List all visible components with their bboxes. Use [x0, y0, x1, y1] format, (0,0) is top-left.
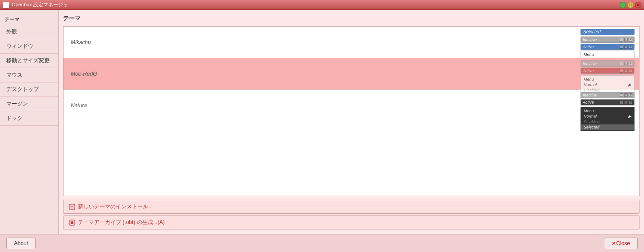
natura-mini-btn2: □	[624, 93, 628, 97]
title-bar: Openbox 設定マネージャ − □ ✕	[0, 0, 644, 10]
moe-mini-btn5: ^	[624, 69, 628, 73]
theme-list[interactable]: Mikachu Selected Inactive _ □ ✕	[63, 26, 639, 196]
mini-btn-maximize: □	[624, 38, 628, 41]
moe-mini-btn1: _	[620, 62, 623, 65]
natura-menu: Menu Normal ▶ Disabled Selected	[581, 107, 635, 131]
natura-menu-normal: Normal ▶	[581, 114, 634, 119]
theme-name-natura: Natura	[71, 102, 87, 109]
content-area: テーマ Mikachu Selected Inactive _	[59, 10, 644, 234]
theme-name-moe-redg: Moe-RedG	[71, 71, 97, 77]
theme-name-mikachu: Mikachu	[71, 39, 91, 46]
natura-mini-btn6: ✕	[629, 101, 632, 104]
archive-icon	[69, 220, 75, 226]
sidebar: テーマ 外観 ウィンドウ 移動とサイズ変更 マウス デスクトップ マージン ドッ…	[0, 10, 59, 234]
natura-preview: Inactive _ □ ✕ Active	[581, 92, 635, 131]
natura-menu-menu: Menu	[581, 108, 634, 114]
sidebar-item-desktop[interactable]: デスクトップ	[0, 82, 58, 97]
install-theme-button[interactable]: + 新しいテーマのインストール...	[63, 200, 639, 214]
mikachu-inactive-window: Inactive _ □ ✕	[581, 37, 635, 43]
natura-mini-btn5: □	[624, 101, 628, 104]
title-buttons: − □ ✕	[620, 2, 641, 8]
natura-menu-selected: Selected	[581, 124, 634, 130]
natura-mini-btn1: _	[620, 93, 623, 97]
mini-btn2-close: ✕	[629, 45, 632, 49]
mini-btn-minimize: _	[620, 38, 623, 41]
top-section: テーマ 外観 ウィンドウ 移動とサイズ変更 マウス デスクトップ マージン ドッ…	[0, 10, 644, 234]
app-container: テーマ 外観 ウィンドウ 移動とサイズ変更 マウス デスクトップ マージン ドッ…	[0, 10, 644, 252]
bottom-actions: + 新しいテーマのインストール... テーマアーカイブ (.obt) の生成..…	[63, 200, 639, 229]
minimize-button[interactable]: −	[620, 2, 626, 8]
natura-inactive-titlebar: Inactive _ □ ✕	[581, 92, 634, 98]
theme-item-natura[interactable]: Natura Inactive _ □ ✕	[63, 90, 639, 121]
sidebar-item-appearance[interactable]: 外観	[0, 25, 58, 39]
close-button[interactable]: ✕	[635, 2, 641, 8]
natura-active-window: Active _ □ ✕	[581, 99, 635, 105]
mikachu-menu-menu: Menu	[581, 52, 634, 57]
mikachu-active-titlebar: Active _ ^ ✕	[581, 44, 634, 50]
mikachu-inactive-titlebar: Inactive _ □ ✕	[581, 37, 634, 42]
mini-btn2-minimize: _	[620, 45, 623, 49]
svg-text:+: +	[71, 205, 73, 209]
moe-inactive-window: Inactive _ □ ✕	[581, 60, 635, 67]
moe-active-titlebar: Active _ ^ ✕	[581, 68, 634, 73]
natura-inactive-window: Inactive _ □ ✕	[581, 92, 635, 98]
mini-btn-close: ✕	[629, 38, 632, 41]
theme-item-moe-redg[interactable]: Moe-RedG Inactive _ □ ✕	[63, 58, 639, 90]
install-icon: +	[69, 204, 75, 210]
moe-mini-btn4: _	[620, 69, 623, 73]
natura-menu-disabled: Disabled	[581, 119, 634, 124]
app-icon	[3, 2, 9, 8]
sidebar-item-window[interactable]: ウィンドウ	[0, 39, 58, 54]
moe-mini-btn2: □	[624, 62, 628, 65]
sidebar-item-move-resize[interactable]: 移動とサイズ変更	[0, 54, 58, 68]
moe-mini-btn6: ✕	[629, 69, 632, 73]
moe-menu-normal: Normal ▶	[581, 82, 634, 87]
content-title: テーマ	[63, 14, 639, 23]
moe-menu-menu: Menu	[581, 77, 634, 82]
maximize-button[interactable]: □	[627, 2, 634, 8]
mini-btn2-maximize: ^	[624, 45, 628, 49]
moe-mini-btn3: ✕	[629, 62, 632, 65]
theme-item-mikachu[interactable]: Mikachu Selected Inactive _ □ ✕	[63, 27, 639, 58]
footer: About ✕Close	[0, 234, 644, 252]
about-button[interactable]: About	[6, 238, 36, 249]
mikachu-selected-label: Selected	[581, 29, 635, 35]
footer-close-button[interactable]: ✕Close	[604, 238, 638, 249]
svg-point-3	[71, 221, 73, 224]
sidebar-item-dock[interactable]: ドック	[0, 111, 58, 126]
natura-mini-btn4: _	[620, 101, 623, 104]
moe-inactive-titlebar: Inactive _ □ ✕	[581, 61, 634, 66]
natura-active-titlebar: Active _ □ ✕	[581, 100, 634, 105]
natura-mini-btn3: ✕	[629, 93, 632, 97]
sidebar-item-mouse[interactable]: マウス	[0, 68, 58, 82]
sidebar-item-margin[interactable]: マージン	[0, 97, 58, 111]
create-archive-button[interactable]: テーマアーカイブ (.obt) の生成...(A)	[63, 215, 639, 229]
mikachu-active-window: Active _ ^ ✕	[581, 44, 635, 50]
title-text: Openbox 設定マネージャ	[12, 1, 68, 8]
moe-active-window: Active _ ^ ✕	[581, 68, 635, 74]
sidebar-section-title: テーマ	[0, 14, 58, 25]
